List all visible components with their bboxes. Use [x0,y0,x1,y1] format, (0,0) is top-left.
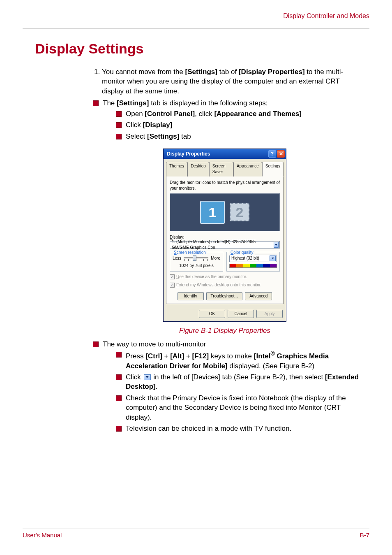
square-list-2: Open [Control Panel], click [Appearance … [103,109,359,141]
tab-desktop[interactable]: Desktop [187,162,209,176]
tab-themes[interactable]: Themes [166,162,187,176]
color-quality-value: Highest (32 bit) [231,255,259,261]
figure-caption: Figure B-1 Display Properties [179,326,270,335]
text: You cannot move from the [102,68,185,76]
text: keys to make [209,352,254,360]
footer-rule [23,529,369,529]
dialog-button-row: OK Cancel Apply [164,307,286,321]
checkbox-extend: ✓ [170,283,175,288]
titlebar-caption-buttons: ? ✕ [268,150,285,158]
page: Display Controller and Modes Display Set… [0,0,392,555]
sq-sub-item: Click [Display] [114,120,359,130]
dropdown-arrow-icon [144,374,151,380]
ok-button[interactable]: OK [199,310,225,318]
text: Click [126,121,143,129]
footer-row: User's Manual B-7 [23,532,369,539]
text: + [184,352,192,360]
color-quality-legend: Color quality [229,250,255,255]
square-list-2b: Press [Ctrl] + [Alt] + [F12] keys to mak… [103,350,359,433]
two-column: Screen resolution Less More 1024 [170,252,280,272]
resolution-slider[interactable] [184,255,208,261]
square-list-1b: The way to move to multi-monitor Press [… [90,339,359,434]
sq-sub-item: Click in the left of [Devices] tab (See … [114,372,359,392]
screen-resolution-legend: Screen resolution [173,250,207,255]
tab-appearance[interactable]: Appearance [233,162,262,176]
sq-sub-item: Press [Ctrl] + [Alt] + [F12] keys to mak… [114,350,359,371]
bold: [Control Panel] [145,110,195,118]
text: . [156,383,158,390]
identify-button[interactable]: Identify [178,292,204,300]
bold: [Display] [143,121,173,129]
text: Select [126,132,147,140]
chk-primary-row: ✓ Use this device as the primary monitor… [170,274,280,280]
chk-primary-label: Use this device as the primary monitor. [176,274,247,280]
bold: [Ctrl] [145,352,162,360]
square-list-1: The [Settings] tab is displayed in the f… [90,98,359,141]
color-quality-group: Color quality Highest (32 bit) [226,252,280,272]
advanced-button[interactable]: Advanced [245,292,272,300]
tab-settings[interactable]: Settings [262,162,284,176]
instruction-text: Drag the monitor icons to match the phys… [170,180,280,191]
text: , click [195,110,214,118]
sq-sub-item: Select [Settings] tab [114,132,359,141]
help-button[interactable]: ? [268,150,276,158]
footer-right: B-7 [360,532,369,539]
text: The [103,99,117,107]
dialog-titlebar[interactable]: Display Properties ? ✕ [164,149,286,159]
dialog-title: Display Properties [167,151,210,158]
more-label: More [211,255,220,261]
bold: [Appearance and Themes] [214,110,302,118]
advanced-label-rest: vanced [254,293,267,299]
text: Click [126,373,143,381]
close-button[interactable]: ✕ [277,150,285,158]
ordered-list: You cannot move from the [Settings] tab … [90,67,359,96]
bold: [Settings] [147,132,179,140]
troubleshoot-button[interactable]: Troubleshoot... [206,292,242,300]
sq-sub-item: Open [Control Panel], click [Appearance … [114,109,359,118]
chevron-down-icon[interactable] [274,242,279,248]
apply-button: Apply [256,310,283,318]
color-quality-select[interactable]: Highest (32 bit) [229,255,277,262]
slider-ticks [184,259,208,261]
text: tab of [217,68,239,76]
body-content: You cannot move from the [Settings] tab … [90,67,359,434]
tab-bar: Themes Desktop Screen Saver Appearance S… [164,159,286,176]
text: Television can be choiced in a mode with… [126,425,291,432]
display-properties-dialog: Display Properties ? ✕ Themes Desktop Sc… [163,149,286,321]
chk-extend-label: Extend my Windows desktop onto this moni… [176,282,261,288]
bold: [Settings] [185,68,217,76]
text: Check that the Primary Device is fixed i… [126,394,346,421]
text: The way to move to multi-monitor [103,340,206,348]
sq-sub-item: Television can be choiced in a mode with… [114,424,359,433]
display-select[interactable]: 1. (Multiple Monitors) on Intel(R) 82852… [170,241,280,248]
tab-screensaver[interactable]: Screen Saver [209,162,233,176]
inner-button-row: Identify Troubleshoot... Advanced [170,292,280,300]
monitor-1-icon[interactable]: 1 [200,201,225,224]
sq-item: The [Settings] tab is displayed in the f… [91,98,359,141]
checkbox-primary: ✓ [170,274,175,279]
footer-left: User's Manual [23,532,62,539]
text: tab is displayed in the following steps; [149,99,267,107]
monitor-arrangement-area[interactable]: 1 2 [170,193,280,231]
screen-resolution-group: Screen resolution Less More 1024 [170,252,223,272]
resolution-value: 1024 by 768 pixels [173,263,220,269]
text: tab [179,132,191,140]
bold: [F12] [192,352,209,360]
cancel-button[interactable]: Cancel [228,310,254,318]
color-strip [229,264,277,268]
header-rule [23,28,369,28]
text: Press [126,352,145,360]
display-select-value: 1. (Multiple Monitors) on Intel(R) 82852… [172,239,274,251]
monitor-2-icon[interactable]: 2 [230,203,249,221]
tab-content: Drag the monitor icons to match the phys… [166,176,284,304]
chevron-down-icon[interactable] [270,255,276,261]
text: Open [126,110,145,118]
sq-item: The way to move to multi-monitor Press [… [91,339,359,434]
sq-sub-item: Check that the Primary Device is fixed i… [114,393,359,422]
less-label: Less [173,255,181,261]
bold: [Alt] [170,352,184,360]
page-heading: Display Settings [35,41,369,57]
text: displayed. (See Figure B-2) [228,362,315,370]
bold: [Display Properties] [239,68,305,76]
page-footer: User's Manual B-7 [23,529,369,539]
